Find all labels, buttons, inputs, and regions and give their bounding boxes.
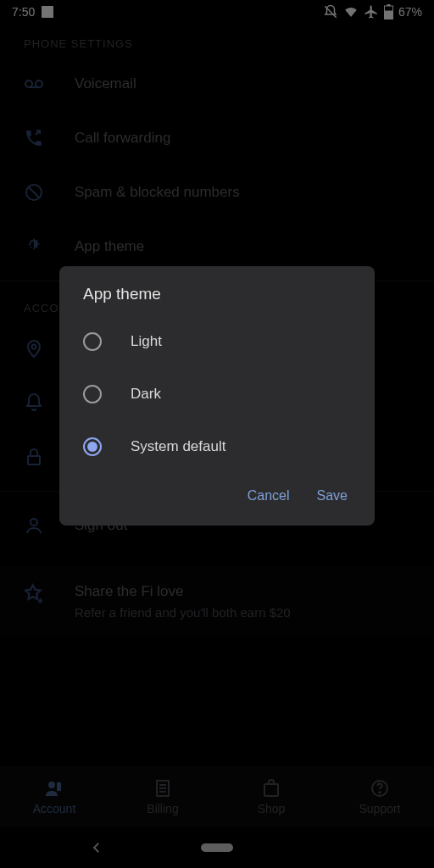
radio-icon xyxy=(83,385,102,403)
option-label: System default xyxy=(131,438,225,455)
save-button[interactable]: Save xyxy=(317,488,348,504)
app-theme-dialog: App theme Light Dark System default Canc… xyxy=(59,266,375,526)
option-light[interactable]: Light xyxy=(59,315,375,368)
dialog-title: App theme xyxy=(59,266,375,315)
option-label: Dark xyxy=(131,386,161,403)
option-dark[interactable]: Dark xyxy=(59,368,375,420)
cancel-button[interactable]: Cancel xyxy=(248,488,290,504)
radio-icon xyxy=(83,332,102,351)
option-label: Light xyxy=(131,333,162,350)
option-system-default[interactable]: System default xyxy=(59,420,375,473)
radio-icon xyxy=(83,437,102,456)
